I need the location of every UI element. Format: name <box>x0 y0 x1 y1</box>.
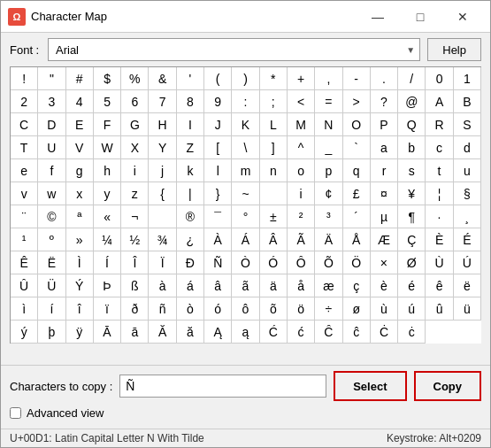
char-cell[interactable]: 6 <box>121 90 149 113</box>
char-cell[interactable]: ½ <box>121 228 149 251</box>
char-cell[interactable]: Ã <box>288 228 315 251</box>
char-cell[interactable]: # <box>66 67 94 90</box>
char-cell[interactable]: ) <box>232 67 259 90</box>
char-cell[interactable]: ! <box>11 67 38 90</box>
char-cell[interactable]: . <box>371 67 398 90</box>
char-cell[interactable]: l <box>204 159 232 182</box>
char-cell[interactable]: Ð <box>177 251 204 274</box>
char-cell[interactable]: > <box>343 90 371 113</box>
char-cell[interactable]: ± <box>260 205 288 228</box>
char-cell[interactable]: é <box>398 274 426 297</box>
char-cell[interactable]: § <box>454 182 481 205</box>
char-cell[interactable]: g <box>66 159 94 182</box>
char-cell[interactable]: 5 <box>94 90 121 113</box>
char-cell[interactable]: ï <box>94 297 121 321</box>
char-cell[interactable]: · <box>426 205 453 228</box>
char-cell[interactable]: o <box>288 159 315 182</box>
char-cell[interactable]: Ç <box>398 228 426 251</box>
char-cell[interactable]: r <box>371 159 398 182</box>
char-cell[interactable]: ? <box>371 90 398 113</box>
char-cell[interactable]: C <box>11 113 38 136</box>
help-button[interactable]: Help <box>427 38 481 61</box>
char-cell[interactable]: © <box>38 205 65 228</box>
char-cell[interactable]: | <box>177 182 204 205</box>
char-cell[interactable]: À <box>204 228 232 251</box>
char-cell[interactable]: Í <box>94 251 121 274</box>
char-cell[interactable]: Ñ <box>204 251 232 274</box>
char-cell[interactable]: ù <box>371 297 398 321</box>
char-cell[interactable]: ć <box>288 321 315 344</box>
char-cell[interactable]: × <box>371 251 398 274</box>
char-cell[interactable]: Æ <box>371 228 398 251</box>
char-cell[interactable]: ç <box>343 274 371 297</box>
char-cell[interactable]: è <box>371 274 398 297</box>
char-cell[interactable]: ß <box>121 274 149 297</box>
char-cell[interactable]: q <box>343 159 371 182</box>
copy-button[interactable]: Copy <box>414 371 482 401</box>
char-cell[interactable]: Å <box>343 228 371 251</box>
char-cell[interactable]: ú <box>398 297 426 321</box>
char-cell[interactable]: £ <box>343 182 371 205</box>
char-cell[interactable]: í <box>38 297 65 321</box>
char-cell[interactable]: - <box>343 67 371 90</box>
char-cell[interactable]: 0 <box>426 67 453 90</box>
char-cell[interactable]: ÷ <box>315 297 342 321</box>
char-cell[interactable]: D <box>38 113 65 136</box>
char-cell[interactable]: { <box>149 182 176 205</box>
char-cell[interactable]: : <box>232 90 259 113</box>
char-cell[interactable]: 2 <box>11 90 38 113</box>
font-select[interactable]: Arial <box>48 38 420 61</box>
char-cell[interactable]: z <box>121 182 149 205</box>
char-cell[interactable]: U <box>38 136 65 159</box>
char-cell[interactable]: Ø <box>398 251 426 274</box>
char-cell[interactable]: µ <box>371 205 398 228</box>
char-cell[interactable]: 4 <box>66 90 94 113</box>
char-cell[interactable]: 9 <box>204 90 232 113</box>
char-cell[interactable]: A <box>426 90 453 113</box>
char-cell[interactable]: Ċ <box>371 321 398 344</box>
char-cell[interactable]: Ê <box>11 251 38 274</box>
char-cell[interactable]: ĉ <box>343 321 371 344</box>
char-cell[interactable]: ¼ <box>94 228 121 251</box>
char-cell[interactable]: ¨ <box>11 205 38 228</box>
char-cell[interactable]: + <box>288 67 315 90</box>
char-cell[interactable]: ­ <box>149 205 176 228</box>
char-cell[interactable]: < <box>288 90 315 113</box>
select-button[interactable]: Select <box>334 371 406 401</box>
char-cell[interactable]: Ă <box>149 321 176 344</box>
char-cell[interactable]: ~ <box>232 182 259 205</box>
char-cell[interactable]: ø <box>343 297 371 321</box>
char-cell[interactable]: ¥ <box>398 182 426 205</box>
char-cell[interactable]: 8 <box>177 90 204 113</box>
char-cell[interactable]: y <box>94 182 121 205</box>
char-cell[interactable]: i <box>288 182 315 205</box>
char-cell[interactable]: I <box>177 113 204 136</box>
char-cell[interactable]: Á <box>232 228 259 251</box>
char-cell[interactable]: ¿ <box>177 228 204 251</box>
char-cell[interactable]: É <box>454 228 481 251</box>
char-cell[interactable]: á <box>177 274 204 297</box>
char-cell[interactable]: Ā <box>94 321 121 344</box>
char-cell[interactable]: G <box>121 113 149 136</box>
char-cell[interactable]: ë <box>454 274 481 297</box>
char-cell[interactable]: R <box>426 113 453 136</box>
char-cell[interactable]: Î <box>121 251 149 274</box>
advanced-view-label[interactable]: Advanced view <box>27 406 104 420</box>
char-cell[interactable]: v <box>11 182 38 205</box>
char-cell[interactable]: ¬ <box>121 205 149 228</box>
char-cell[interactable]: & <box>149 67 176 90</box>
char-cell[interactable]: ü <box>454 297 481 321</box>
char-cell[interactable]: ; <box>260 90 288 113</box>
char-cell[interactable]: t <box>426 159 453 182</box>
char-cell[interactable]: k <box>177 159 204 182</box>
char-cell[interactable]: Ô <box>288 251 315 274</box>
char-cell[interactable]: È <box>426 228 453 251</box>
char-cell[interactable]: O <box>343 113 371 136</box>
char-cell[interactable]: å <box>288 274 315 297</box>
char-cell[interactable]: ² <box>288 205 315 228</box>
char-cell[interactable]: K <box>232 113 259 136</box>
char-cell[interactable]: / <box>398 67 426 90</box>
char-cell[interactable]: ċ <box>398 321 426 344</box>
char-cell[interactable]: « <box>94 205 121 228</box>
char-cell[interactable]: E <box>66 113 94 136</box>
